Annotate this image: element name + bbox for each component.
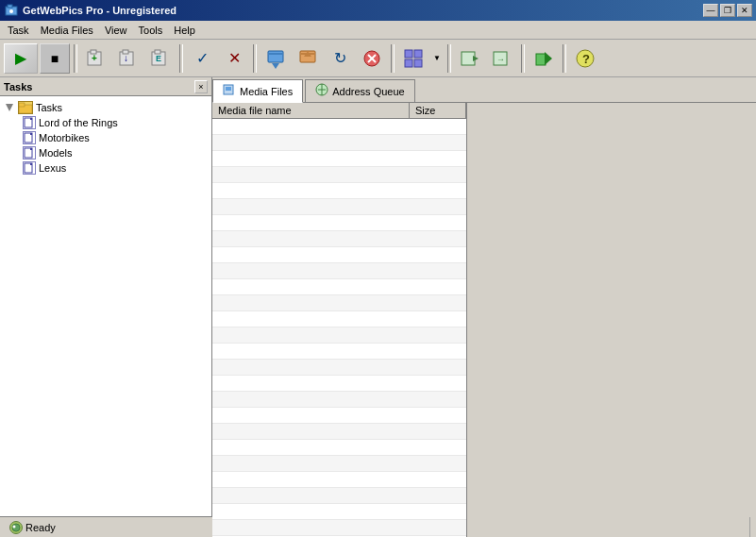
tab-address-queue[interactable]: Address Queue — [305, 79, 414, 102]
list-row[interactable] — [212, 183, 466, 199]
stop-button[interactable]: ■ — [40, 43, 70, 74]
tree-item-lord-of-rings[interactable]: Lord of the Rings — [23, 115, 208, 130]
svg-rect-1 — [8, 5, 12, 8]
svg-marker-26 — [473, 56, 479, 61]
list-row[interactable] — [212, 295, 466, 311]
media-files-tab-icon — [223, 83, 236, 99]
restore-button[interactable]: ❐ — [720, 4, 735, 17]
file-icon-4 — [23, 161, 36, 175]
folder-icon — [18, 101, 33, 114]
window-title: GetWebPics Pro - Unregistered — [23, 5, 176, 16]
tree-item-models[interactable]: Models — [23, 145, 208, 160]
menu-bar: Task Media Files View Tools Help — [0, 21, 756, 40]
svg-rect-23 — [405, 59, 412, 67]
list-row[interactable] — [212, 167, 466, 183]
list-row[interactable] — [212, 376, 466, 392]
tree-item-lexus[interactable]: Lexus — [23, 160, 208, 176]
list-row[interactable] — [212, 311, 466, 327]
stop2-button[interactable] — [357, 43, 387, 74]
list-row[interactable] — [212, 408, 466, 424]
svg-rect-37 — [30, 118, 32, 120]
list-row[interactable] — [212, 231, 466, 247]
minimize-button[interactable]: — — [703, 4, 718, 17]
import-button[interactable]: ↓ — [113, 43, 143, 74]
edit-task-button[interactable]: E — [145, 43, 176, 74]
svg-marker-14 — [272, 63, 279, 69]
list-row[interactable] — [212, 279, 466, 295]
grid-dropdown-button[interactable]: ▼ — [430, 43, 444, 74]
list-row[interactable] — [212, 151, 466, 167]
add-task-button[interactable]: + — [81, 43, 111, 74]
list-row[interactable] — [212, 456, 466, 472]
tasks-panel: Tasks × Tasks — [0, 77, 212, 516]
tabs-bar: Media Files Address Queue — [212, 77, 756, 103]
browser-open-button[interactable] — [455, 43, 485, 74]
tasks-panel-close[interactable]: × — [194, 80, 208, 93]
svg-rect-39 — [30, 133, 32, 135]
export-button[interactable] — [529, 43, 559, 74]
upload-button[interactable] — [293, 43, 323, 74]
help-button[interactable]: ? — [570, 43, 600, 74]
svg-text:+: + — [92, 53, 97, 63]
toolbar-separator-3 — [253, 44, 257, 73]
col-header-name: Media file name — [212, 103, 410, 118]
cancel-btn[interactable]: ✕ — [219, 43, 249, 74]
svg-text:→: → — [496, 55, 505, 64]
svg-point-50 — [13, 525, 16, 528]
svg-rect-41 — [30, 148, 32, 150]
tree-item-label-4: Lexus — [39, 162, 66, 174]
list-row[interactable] — [212, 135, 466, 151]
toolbar-separator-5 — [447, 44, 451, 73]
status-text: Ready — [25, 522, 56, 533]
toolbar-separator-6 — [521, 44, 525, 73]
media-list-panel: Media file name Size — [212, 103, 467, 537]
list-row[interactable] — [212, 344, 466, 360]
right-panel: Media Files Address Queue Media file nam… — [212, 77, 756, 516]
list-row[interactable] — [212, 472, 466, 488]
media-list-rows — [212, 119, 466, 537]
list-row[interactable] — [212, 119, 466, 135]
svg-marker-30 — [545, 52, 552, 65]
list-row[interactable] — [212, 263, 466, 279]
download-button[interactable] — [260, 43, 291, 74]
file-icon — [23, 116, 36, 129]
list-row[interactable] — [212, 327, 466, 344]
title-bar: GetWebPics Pro - Unregistered — ❐ ✕ — [0, 0, 756, 21]
list-row[interactable] — [212, 424, 466, 440]
check-button[interactable]: ✓ — [187, 43, 217, 74]
file-icon-2 — [23, 131, 36, 144]
list-row[interactable] — [212, 360, 466, 376]
refresh-button[interactable]: ↻ — [325, 43, 355, 74]
list-row[interactable] — [212, 488, 466, 504]
menu-media-files[interactable]: Media Files — [35, 23, 99, 38]
close-button[interactable]: ✕ — [737, 4, 752, 17]
list-row[interactable] — [212, 440, 466, 456]
svg-rect-29 — [536, 54, 546, 65]
tree-children: Lord of the Rings Motorbikes — [4, 115, 208, 176]
list-row[interactable] — [212, 199, 466, 215]
tree-root-tasks[interactable]: Tasks — [4, 100, 208, 115]
menu-task[interactable]: Task — [2, 23, 35, 38]
menu-view[interactable]: View — [99, 23, 133, 38]
tab-address-queue-label: Address Queue — [332, 86, 404, 97]
svg-rect-22 — [414, 50, 422, 58]
tree-expand-icon — [4, 102, 15, 113]
list-row[interactable] — [212, 215, 466, 231]
list-row[interactable] — [212, 247, 466, 263]
title-bar-left: GetWebPics Pro - Unregistered — [4, 3, 176, 18]
play-button[interactable]: ▶ — [4, 43, 38, 74]
svg-rect-35 — [19, 103, 25, 107]
svg-text:↓: ↓ — [124, 53, 128, 63]
tab-media-files[interactable]: Media Files — [212, 79, 303, 103]
toolbar-separator-4 — [391, 44, 395, 73]
menu-help[interactable]: Help — [168, 23, 201, 38]
status-icon — [9, 521, 23, 534]
tree-item-motorbikes[interactable]: Motorbikes — [23, 130, 208, 145]
grid-view-button[interactable] — [398, 43, 428, 74]
browser2-button[interactable]: → — [487, 43, 517, 74]
app-icon — [4, 3, 19, 18]
toolbar-separator-7 — [563, 44, 566, 73]
address-queue-tab-icon — [315, 83, 328, 99]
list-row[interactable] — [212, 392, 466, 408]
menu-tools[interactable]: Tools — [133, 23, 169, 38]
